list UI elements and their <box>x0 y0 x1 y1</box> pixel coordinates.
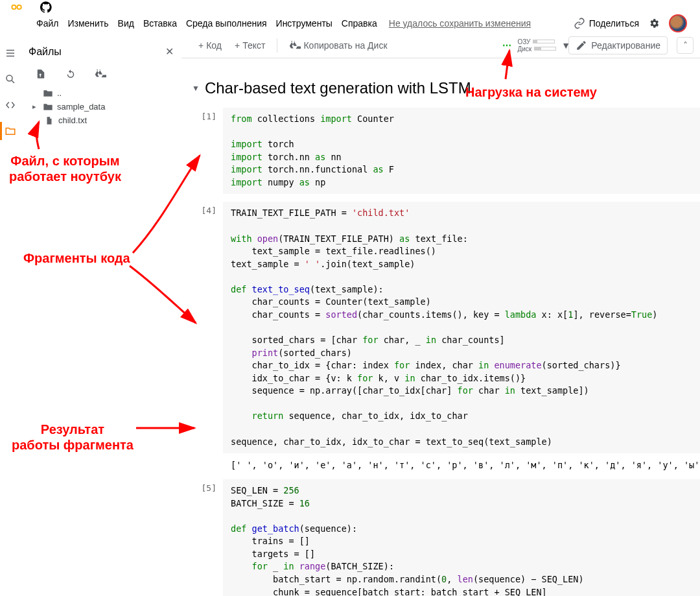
drive-icon <box>289 40 301 51</box>
folder-icon <box>5 125 16 137</box>
runtime-status-icon: ⋯ <box>502 40 512 51</box>
mode-label: Редактирование <box>591 40 660 51</box>
github-icon[interactable] <box>40 1 52 13</box>
colab-logo[interactable] <box>6 1 27 14</box>
tree-folder-label: sample_data <box>57 102 105 112</box>
cell-exec-count: [1] <box>192 108 223 194</box>
section-title: Char-based text generation with LSTM <box>205 79 471 97</box>
tree-up-label: .. <box>57 88 62 98</box>
cell-code[interactable]: SEQ_LEN = 256 BATCH_SIZE = 16 def get_ba… <box>223 479 700 596</box>
avatar[interactable] <box>669 14 687 32</box>
tree-folder-sample-data[interactable]: ▸ sample_data <box>26 100 176 113</box>
tree-file-child-txt[interactable]: child.txt <box>26 113 176 127</box>
cell-exec-count: [4] <box>192 202 223 453</box>
add-code-button[interactable]: + Код <box>192 38 228 53</box>
resource-gauge: ОЗУ Диск <box>517 38 556 53</box>
gear-icon <box>648 18 660 29</box>
chevron-up-icon: ˄ <box>683 40 688 51</box>
file-tree: .. ▸ sample_data child.txt <box>26 86 176 127</box>
files-sidebar: Файлы ✕ .. ▸ sample_data child.txt <box>21 36 181 596</box>
mode-dropdown[interactable]: Редактирование <box>568 36 668 54</box>
runtime-indicator[interactable]: ⋯ ОЗУ Диск ▼ <box>502 38 570 53</box>
mount-drive-button[interactable] <box>95 68 106 80</box>
plus-icon: + <box>235 40 240 51</box>
copy-to-drive-button[interactable]: Копировать на Диск <box>283 37 393 54</box>
link-icon <box>574 18 585 29</box>
sidebar-title: Файлы <box>29 46 62 58</box>
chevron-right-icon: ▸ <box>32 102 39 111</box>
settings-button[interactable] <box>648 18 660 29</box>
tree-up[interactable]: .. <box>26 86 176 100</box>
toc-tab[interactable] <box>4 47 17 60</box>
cell-exec-count: [5] <box>192 479 223 596</box>
save-status[interactable]: Не удалось сохранить изменения <box>389 18 531 29</box>
collapse-button[interactable]: ˄ <box>677 37 694 54</box>
active-tab-indicator <box>0 122 2 140</box>
snippets-tab[interactable] <box>4 99 17 112</box>
code-cell[interactable]: [5]SEQ_LEN = 256 BATCH_SIZE = 16 def get… <box>192 475 700 596</box>
cell-code[interactable]: from collections import Counter import t… <box>223 108 700 194</box>
add-code-label: Код <box>206 40 222 51</box>
plus-icon: + <box>198 40 204 51</box>
share-button[interactable]: Поделиться <box>574 18 639 29</box>
pencil-icon <box>576 40 587 51</box>
menu-help[interactable]: Справка <box>342 18 377 29</box>
tree-file-label: child.txt <box>58 115 87 125</box>
svg-point-2 <box>6 75 12 81</box>
main-menu: Файл Изменить Вид Вставка Среда выполнен… <box>6 18 377 29</box>
menu-runtime[interactable]: Среда выполнения <box>186 18 267 29</box>
ram-label: ОЗУ <box>517 38 530 45</box>
menu-edit[interactable]: Изменить <box>67 18 108 29</box>
files-tab[interactable] <box>4 125 17 137</box>
notebook-area: ▼ Char-based text generation with LSTM [… <box>181 62 700 596</box>
code-cell[interactable]: [4]TRAIN_TEXT_FILE_PATH = 'child.txt' wi… <box>192 198 700 457</box>
menu-file[interactable]: Файл <box>36 18 58 29</box>
divider <box>277 38 277 53</box>
menu-tools[interactable]: Инструменты <box>276 18 332 29</box>
code-cell[interactable]: [1]from collections import Counter impor… <box>192 104 700 198</box>
add-text-button[interactable]: + Текст <box>228 38 272 53</box>
svg-point-1 <box>17 5 21 9</box>
menu-view[interactable]: Вид <box>118 18 134 29</box>
upload-file-button[interactable] <box>35 68 47 80</box>
copy-drive-label: Копировать на Диск <box>303 40 387 51</box>
close-sidebar-button[interactable]: ✕ <box>165 45 174 58</box>
search-tab[interactable] <box>4 73 17 86</box>
menu-insert[interactable]: Вставка <box>143 18 177 29</box>
add-text-label: Текст <box>242 40 265 51</box>
cell-code[interactable]: TRAIN_TEXT_FILE_PATH = 'child.txt' with … <box>223 202 700 453</box>
svg-point-0 <box>12 5 16 9</box>
refresh-button[interactable] <box>65 68 76 80</box>
collapse-section-icon[interactable]: ▼ <box>192 84 200 93</box>
share-label: Поделиться <box>589 18 639 29</box>
disk-label: Диск <box>517 45 531 53</box>
cell-output: [' ', 'о', 'и', 'е', 'а', 'н', 'т', 'с',… <box>192 457 700 475</box>
